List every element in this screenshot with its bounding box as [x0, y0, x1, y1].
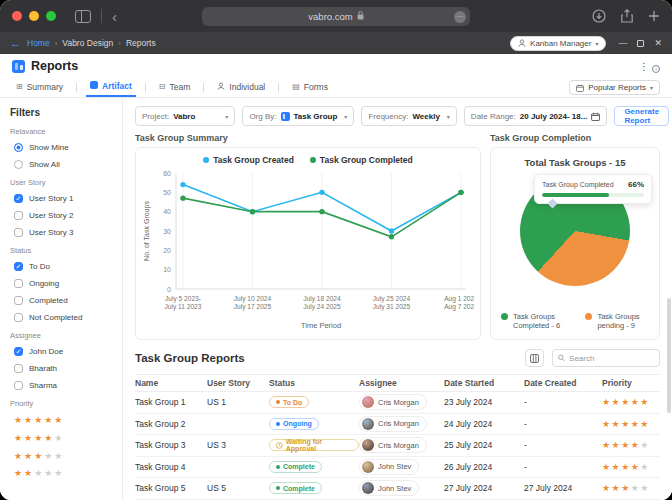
filter-option-ongoing[interactable]: Ongoing: [14, 279, 112, 288]
page-title: Reports: [31, 59, 78, 73]
priority-stars-option[interactable]: ★★★★★: [14, 451, 112, 462]
table-row[interactable]: Task Group 4 Complete John Stev 26 July …: [135, 457, 660, 479]
filter-option-completed[interactable]: Completed: [14, 296, 112, 305]
filter-option-user-story-2[interactable]: User Story 2: [14, 211, 112, 220]
url-text: vabro.com: [308, 11, 352, 22]
checkbox-on-icon[interactable]: ✓: [14, 347, 23, 356]
daterange-select[interactable]: Date Range: 20 July 2024- 18...: [464, 106, 608, 126]
downloads-icon[interactable]: [592, 9, 606, 23]
info-icon[interactable]: i: [652, 65, 660, 73]
filter-option-not-completed[interactable]: Not Completed: [14, 313, 112, 322]
pie-legend-item: Task Groups pending - 9: [585, 312, 653, 332]
legend-dot-icon: [585, 313, 592, 320]
status-dot-icon: [276, 400, 280, 404]
column-header-status[interactable]: Status: [269, 378, 359, 388]
table-row[interactable]: Task Group 3 US 3 Waiting for Approval C…: [135, 435, 660, 457]
pie-chart-title: Task Group Completion: [490, 133, 660, 143]
checkbox-off-icon[interactable]: [14, 279, 23, 288]
tab-individual[interactable]: Individual: [213, 82, 269, 96]
checkbox-off-icon[interactable]: [14, 228, 23, 237]
filter-section-label: User Story: [10, 178, 112, 187]
column-header-assignee[interactable]: Assignee: [359, 378, 444, 388]
breadcrumb-home[interactable]: Home: [27, 38, 50, 48]
cell-user-story: US 3: [207, 440, 269, 450]
filter-option-to-do[interactable]: ✓To Do: [14, 262, 112, 271]
cell-user-story: US 5: [207, 483, 269, 493]
checkbox-off-icon[interactable]: [14, 211, 23, 220]
star-icon: ★: [612, 440, 622, 450]
legend-item: Task Group Created: [203, 155, 294, 165]
generate-report-button[interactable]: Generate Report: [614, 106, 669, 126]
tooltip-progress-bar: [542, 193, 609, 197]
line-chart-section: Task Group Summary Task Group CreatedTas…: [135, 133, 481, 340]
project-select[interactable]: Project: Vabro ▾: [135, 106, 235, 126]
grid2-icon: ⊟: [159, 83, 166, 91]
nav-back-icon[interactable]: ←: [10, 37, 21, 49]
kebab-menu-icon[interactable]: ⋮: [639, 61, 649, 72]
tab-forms[interactable]: ▤ Forms: [288, 82, 332, 96]
tab-divider: [145, 83, 146, 92]
column-header-date-created[interactable]: Date Created: [524, 378, 602, 388]
share-icon[interactable]: [621, 9, 633, 23]
breadcrumb-project[interactable]: Vabro Design: [62, 38, 113, 48]
column-header-date-started[interactable]: Date Started: [444, 378, 524, 388]
search-box[interactable]: [552, 349, 660, 367]
checkbox-off-icon[interactable]: [14, 364, 23, 373]
table-row[interactable]: Task Group 1 US 1 To Do Cris Morgan 23 J…: [135, 392, 660, 414]
table-row[interactable]: Task Group 2 Ongoing Cris Morgan 24 July…: [135, 414, 660, 436]
traffic-light-minimize-icon[interactable]: [29, 11, 39, 21]
search-input[interactable]: [569, 354, 654, 363]
orgby-select[interactable]: Org By: Task Group ▾: [242, 106, 354, 126]
sidebar-toggle-icon[interactable]: [75, 10, 91, 23]
tab-artifact[interactable]: Artifact: [86, 81, 136, 97]
popular-reports-button[interactable]: Popular Reports ▾: [569, 80, 660, 95]
window-close-icon[interactable]: ✕: [654, 38, 662, 48]
report-toolbar: Project: Vabro ▾ Org By: Task Group ▾ Fr…: [135, 106, 660, 126]
svg-text:July 17 2025: July 17 2025: [234, 303, 272, 311]
filter-option-show-mine[interactable]: Show Mine: [14, 143, 112, 152]
square-icon: [90, 81, 98, 91]
radio-off-icon[interactable]: [14, 160, 23, 169]
traffic-light-zoom-icon[interactable]: [46, 11, 56, 21]
window-restore-icon[interactable]: [637, 40, 644, 47]
priority-stars-option[interactable]: ★★★★★: [14, 433, 112, 444]
column-header-user-story[interactable]: User Story: [207, 378, 269, 388]
checkbox-on-icon[interactable]: ✓: [14, 194, 23, 203]
frequency-select[interactable]: Frequency: Weekly ▾: [361, 106, 456, 126]
tab-summary[interactable]: ⊞ Summary: [12, 82, 67, 96]
table-row[interactable]: Task Group 5 US 5 Complete John Stev 27 …: [135, 478, 660, 500]
priority-stars-option[interactable]: ★★★★★: [14, 415, 112, 426]
page-options-icon[interactable]: ⋯: [454, 11, 466, 23]
divider: [101, 9, 102, 23]
filter-option-user-story-1[interactable]: ✓User Story 1: [14, 194, 112, 203]
column-header-priority[interactable]: Priority: [602, 378, 660, 388]
legend-dot-icon: [310, 157, 316, 163]
checkbox-off-icon[interactable]: [14, 296, 23, 305]
filter-option-show-all[interactable]: Show All: [14, 160, 112, 169]
column-header-name[interactable]: Name: [135, 378, 207, 388]
tab-team[interactable]: ⊟ Team: [155, 82, 195, 96]
person-icon: [217, 82, 225, 92]
cell-date-started: 26 July 2024: [444, 462, 524, 472]
role-selector[interactable]: Kanban Manager ▾: [510, 36, 606, 51]
new-tab-icon[interactable]: [648, 10, 660, 22]
priority-stars-option[interactable]: ★★★★★: [14, 468, 112, 479]
filter-option-john-doe[interactable]: ✓John Doe: [14, 347, 112, 356]
traffic-light-close-icon[interactable]: [12, 11, 22, 21]
browser-window: ‹ vabro.com ⋯ ← Home › Vabro Design › Re…: [0, 0, 672, 500]
page-header: Reports ⋮ i: [0, 54, 672, 78]
filter-option-user-story-3[interactable]: User Story 3: [14, 228, 112, 237]
filter-option-sharma[interactable]: Sharma: [14, 381, 112, 390]
address-bar[interactable]: vabro.com ⋯: [202, 7, 470, 26]
scrollbar-thumb[interactable]: [667, 298, 671, 413]
window-minimize-icon[interactable]: —: [618, 38, 627, 48]
checkbox-off-icon[interactable]: [14, 381, 23, 390]
tooltip-label: Task Group Completed: [542, 181, 614, 188]
browser-back-icon[interactable]: ‹: [112, 9, 117, 24]
radio-on-icon[interactable]: [14, 143, 23, 152]
checkbox-on-icon[interactable]: ✓: [14, 262, 23, 271]
filter-option-bharath[interactable]: Bharath: [14, 364, 112, 373]
columns-button[interactable]: [525, 349, 544, 367]
calendar-icon: [576, 84, 584, 92]
checkbox-off-icon[interactable]: [14, 313, 23, 322]
